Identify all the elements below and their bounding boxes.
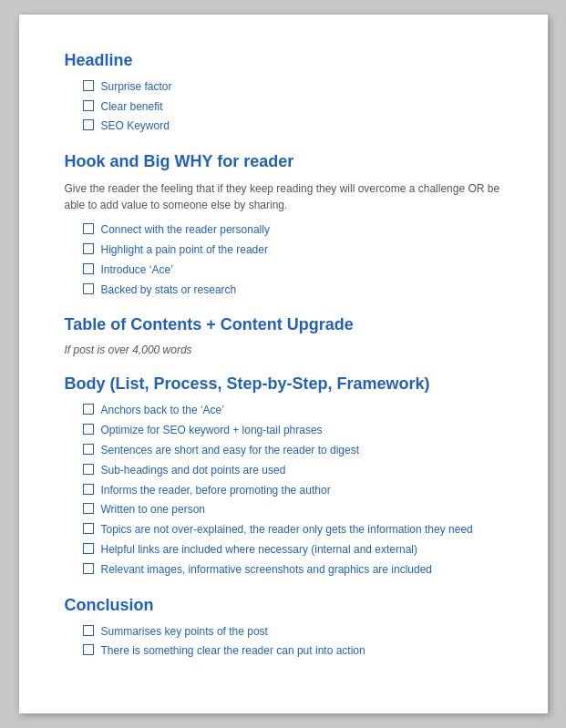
checkbox-icon bbox=[83, 283, 94, 294]
list-item-text: Topics are not over-explained, the reade… bbox=[101, 522, 473, 538]
checkbox-icon bbox=[83, 424, 94, 435]
list-item: Highlight a pain point of the reader bbox=[83, 242, 502, 258]
list-item: Relevant images, informative screenshots… bbox=[83, 562, 502, 578]
list-item-text: Surprise factor bbox=[101, 79, 172, 95]
checkbox-icon bbox=[83, 263, 94, 274]
list-item: Clear benefit bbox=[83, 99, 502, 115]
list-item: SEO Keyword bbox=[83, 118, 502, 134]
list-item-text: Backed by stats or research bbox=[101, 282, 237, 298]
list-item: Introduce ‘Ace’ bbox=[83, 262, 502, 278]
list-item-text: Highlight a pain point of the reader bbox=[101, 242, 268, 258]
list-item: Surprise factor bbox=[83, 79, 502, 95]
list-item-text: Introduce ‘Ace’ bbox=[101, 262, 173, 278]
checkbox-icon bbox=[83, 223, 94, 234]
checkbox-icon bbox=[83, 484, 94, 495]
list-item-text: Written to one person bbox=[101, 502, 206, 518]
list-item-text: Connect with the reader personally bbox=[101, 222, 270, 238]
checkbox-icon bbox=[83, 243, 94, 254]
checklist-body: Anchors back to the ‘Ace’Optimize for SE… bbox=[83, 403, 502, 577]
checkbox-icon bbox=[83, 523, 94, 534]
checkbox-icon bbox=[83, 404, 94, 415]
list-item: Optimize for SEO keyword + long-tail phr… bbox=[83, 423, 502, 438]
checkbox-icon bbox=[83, 563, 94, 574]
list-item-text: Relevant images, informative screenshots… bbox=[101, 562, 433, 578]
list-item-text: Sub-headings and dot points are used bbox=[101, 463, 286, 478]
list-item-text: SEO Keyword bbox=[101, 118, 170, 134]
section-title-toc: Table of Contents + Content Upgrade bbox=[65, 315, 502, 334]
list-item-text: Helpful links are included where necessa… bbox=[101, 542, 418, 558]
checkbox-icon bbox=[83, 625, 94, 636]
checkbox-icon bbox=[83, 119, 94, 130]
section-description-hook: Give the reader the feeling that if they… bbox=[65, 180, 502, 213]
list-item: Backed by stats or research bbox=[83, 282, 502, 298]
checkbox-icon bbox=[83, 644, 94, 655]
page-container: HeadlineSurprise factorClear benefitSEO … bbox=[19, 15, 548, 713]
list-item-text: Summarises key points of the post bbox=[101, 624, 268, 640]
list-item: Sentences are short and easy for the rea… bbox=[83, 443, 502, 458]
list-item: Summarises key points of the post bbox=[83, 624, 502, 640]
checkbox-icon bbox=[83, 100, 94, 111]
list-item: There is something clear the reader can … bbox=[83, 643, 502, 659]
list-item-text: Anchors back to the ‘Ace’ bbox=[101, 403, 224, 418]
checkbox-icon bbox=[83, 464, 94, 475]
list-item-text: Informs the reader, before promoting the… bbox=[101, 483, 331, 498]
checklist-conclusion: Summarises key points of the postThere i… bbox=[83, 624, 502, 660]
checklist-hook: Connect with the reader personallyHighli… bbox=[83, 222, 502, 297]
list-item-text: Sentences are short and easy for the rea… bbox=[101, 443, 360, 458]
section-title-hook: Hook and Big WHY for reader bbox=[65, 152, 502, 171]
section-title-conclusion: Conclusion bbox=[65, 596, 502, 615]
list-item: Informs the reader, before promoting the… bbox=[83, 483, 502, 498]
list-item-text: Clear benefit bbox=[101, 99, 163, 115]
section-title-headline: Headline bbox=[65, 51, 502, 70]
list-item-text: There is something clear the reader can … bbox=[101, 643, 365, 659]
list-item: Helpful links are included where necessa… bbox=[83, 542, 502, 558]
checklist-headline: Surprise factorClear benefitSEO Keyword bbox=[83, 79, 502, 134]
list-item: Connect with the reader personally bbox=[83, 222, 502, 238]
checkbox-icon bbox=[83, 80, 94, 91]
list-item: Anchors back to the ‘Ace’ bbox=[83, 403, 502, 418]
section-note-toc: If post is over 4,000 words bbox=[65, 343, 502, 356]
list-item: Written to one person bbox=[83, 502, 502, 518]
section-title-body: Body (List, Process, Step-by-Step, Frame… bbox=[65, 374, 502, 394]
list-item: Sub-headings and dot points are used bbox=[83, 463, 502, 478]
list-item: Topics are not over-explained, the reade… bbox=[83, 522, 502, 538]
checkbox-icon bbox=[83, 543, 94, 554]
checkbox-icon bbox=[83, 503, 94, 514]
checkbox-icon bbox=[83, 444, 94, 455]
list-item-text: Optimize for SEO keyword + long-tail phr… bbox=[101, 423, 323, 438]
